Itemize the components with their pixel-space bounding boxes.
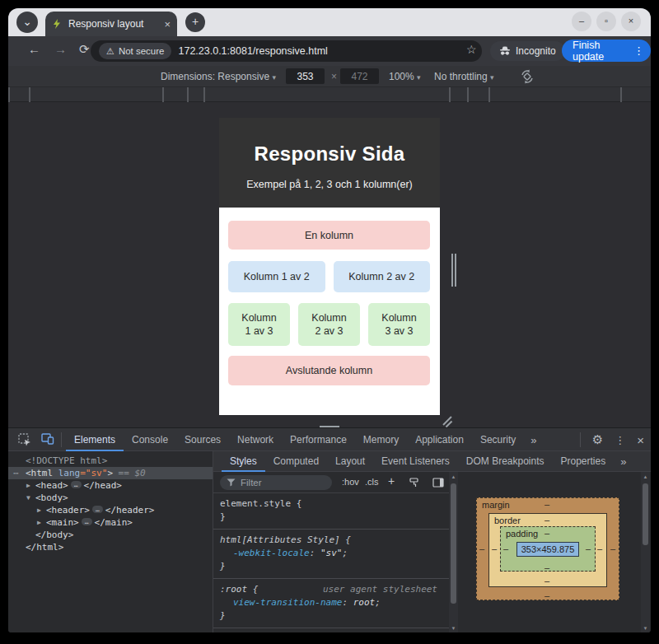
box-model-value-dash[interactable]: – [544, 499, 549, 509]
toggle-sidebar-icon[interactable] [432, 478, 444, 488]
devtools-tab-application[interactable]: Application [407, 428, 472, 451]
security-chip[interactable]: ⚠ Not secure [99, 43, 171, 59]
box-model-content[interactable]: 353×459.875 [516, 542, 579, 557]
new-style-rule-button[interactable]: + [388, 474, 395, 488]
new-tab-button[interactable]: + [185, 12, 205, 32]
device-mode-ruler [8, 87, 651, 102]
style-rule-row[interactable]: } [213, 511, 449, 524]
zoom-select[interactable]: 100% ▾ [389, 71, 421, 82]
dom-node-row[interactable]: ▶<head>…</head> [8, 479, 213, 492]
more-tabs-icon[interactable]: » [524, 434, 543, 446]
collapse-arrow-icon[interactable]: ▼ [26, 492, 30, 504]
box-model-value-dash[interactable]: – [610, 544, 615, 553]
style-rule-row[interactable]: :root {user agent stylesheet [213, 583, 449, 596]
dom-node-row[interactable]: </html> [8, 541, 213, 553]
browser-menu-kebab-icon[interactable]: ⋮ [633, 45, 644, 56]
style-rule-row[interactable]: -webkit-locale: "sv"; [213, 547, 449, 560]
back-icon[interactable]: ← [28, 42, 40, 56]
devtools-tab-sources[interactable]: Sources [176, 428, 229, 451]
style-rule-row[interactable]: html[Attributes Style] { [213, 534, 449, 547]
dom-node-row[interactable]: ▶<main>…</main> [8, 516, 213, 529]
toggle-element-state-button[interactable]: :hov [342, 477, 359, 487]
dom-node-row[interactable]: ⋯<html lang="sv"> == $0 [8, 467, 213, 479]
expand-node-ellipsis-icon[interactable]: … [82, 518, 92, 525]
css-prop: view-transition-name [233, 597, 342, 608]
style-rule-row[interactable]: } [213, 609, 449, 623]
viewport-resize-handle-corner[interactable] [442, 416, 453, 427]
omnibox[interactable]: ⚠ Not secure 172.23.0.1:8081/responsive.… [91, 40, 482, 62]
devtools-tab-network[interactable]: Network [229, 428, 282, 451]
css-valtxt: "sv" [320, 548, 343, 558]
box-model-value-dash[interactable]: – [544, 562, 549, 572]
tab-close-icon[interactable]: × [164, 18, 171, 30]
box-model-value-dash[interactable]: – [586, 544, 591, 553]
devtools-close-icon[interactable]: × [637, 433, 644, 447]
viewport-height-input[interactable] [340, 68, 379, 84]
dimensions-label: Dimensions: Responsive [161, 71, 269, 82]
box-model-value-dash[interactable]: – [544, 576, 549, 586]
dom-node-row[interactable]: ▼<body> [8, 492, 213, 504]
page-subtitle: Exempel på 1, 2, 3 och 1 kolumn(er) [219, 179, 440, 190]
forward-icon[interactable]: → [54, 42, 67, 56]
element-classes-button[interactable]: .cls [365, 477, 379, 487]
style-rule-row[interactable]: } [213, 560, 449, 573]
dimensions-select[interactable]: Dimensions: Responsive ▾ [161, 71, 276, 82]
styles-scrollbar[interactable]: ▲ ▼ [449, 472, 458, 632]
reload-icon[interactable]: ⟳ [79, 42, 90, 57]
bookmark-star-icon[interactable]: ☆ [466, 43, 477, 56]
box-model-value-dash[interactable]: – [544, 515, 549, 525]
expand-node-ellipsis-icon[interactable]: … [92, 506, 103, 513]
box-model-value-dash[interactable]: – [503, 544, 508, 553]
devtools-tab-memory[interactable]: Memory [355, 428, 407, 451]
settings-gear-icon[interactable]: ⚙ [592, 432, 603, 447]
expand-arrow-icon[interactable]: ▶ [26, 479, 30, 492]
scroll-down-icon[interactable]: ▼ [641, 626, 650, 631]
sidebar-tab-dom-breakpoints[interactable]: DOM Breakpoints [458, 451, 553, 472]
tab-search-button[interactable]: ⌄ [16, 12, 38, 33]
window-maximize-button[interactable]: ▫ [596, 12, 616, 31]
inspect-element-icon[interactable] [18, 433, 31, 446]
sidebar-scrollbar[interactable]: ▲ ▼ [641, 472, 650, 632]
scroll-up-icon[interactable]: ▲ [641, 474, 650, 479]
column-box-single: En kolumn [228, 221, 430, 250]
box-model-value-dash[interactable]: – [479, 544, 484, 553]
box-model-value-dash[interactable]: – [544, 528, 549, 538]
sidebar-tab-properties[interactable]: Properties [553, 451, 615, 472]
expand-arrow-icon[interactable]: ▶ [37, 516, 41, 529]
rotate-viewport-icon[interactable] [519, 68, 535, 85]
style-rule-row[interactable]: view-transition-name: root; [213, 596, 449, 609]
window-minimize-button[interactable]: – [572, 12, 591, 31]
sidebar-tab-event-listeners[interactable]: Event Listeners [373, 451, 458, 472]
css-sel: { [340, 534, 351, 545]
browser-tab[interactable]: Responsiv layout × [45, 12, 177, 36]
sidebar-tab-styles[interactable]: Styles [222, 451, 265, 472]
devtools-tab-performance[interactable]: Performance [282, 428, 355, 451]
style-rule-section: :root {user agent stylesheetview-transit… [213, 579, 449, 628]
finish-update-button[interactable]: Finish update ⋮ [562, 40, 651, 62]
more-sidebar-tabs-icon[interactable]: » [614, 455, 633, 468]
scroll-down-icon[interactable]: ▼ [449, 626, 458, 631]
window-close-button[interactable]: × [621, 12, 641, 31]
box-model-value-dash[interactable]: – [597, 544, 602, 553]
devtools-tab-console[interactable]: Console [124, 428, 176, 451]
expand-node-ellipsis-icon[interactable]: … [71, 481, 82, 488]
styles-filter-input[interactable]: Filter [220, 475, 332, 490]
box-model-value-dash[interactable]: – [544, 590, 549, 600]
dom-node-row[interactable]: ▶<header>…</header> [8, 504, 213, 516]
viewport-resize-handle-right[interactable] [451, 254, 457, 287]
viewport-width-input[interactable] [286, 68, 325, 84]
box-model-value-dash[interactable]: – [492, 544, 497, 553]
toggle-device-toolbar-icon[interactable] [41, 433, 54, 445]
dom-node-row[interactable]: <!DOCTYPE html> [8, 455, 213, 467]
expand-arrow-icon[interactable]: ▶ [37, 504, 41, 516]
dom-node-row[interactable]: </body> [8, 529, 213, 541]
rendering-emulation-icon[interactable] [409, 478, 420, 488]
devtools-tab-elements[interactable]: Elements [66, 428, 124, 451]
sidebar-tab-computed[interactable]: Computed [265, 451, 327, 472]
throttling-select[interactable]: No throttling ▾ [434, 71, 494, 82]
devtools-menu-kebab-icon[interactable]: ⋮ [615, 434, 625, 446]
scroll-up-icon[interactable]: ▲ [449, 474, 458, 479]
devtools-tab-security[interactable]: Security [472, 428, 524, 451]
sidebar-tab-layout[interactable]: Layout [327, 451, 373, 472]
style-rule-row[interactable]: element.style { [213, 497, 449, 511]
